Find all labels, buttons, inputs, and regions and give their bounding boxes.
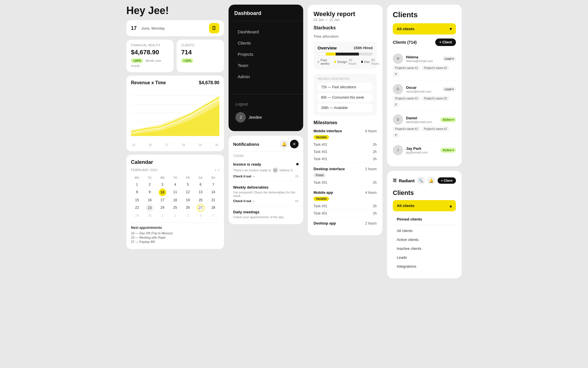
cp2-filter-active[interactable]: All clients ▴: [393, 200, 456, 211]
submenu-item-pinned[interactable]: Pinned clients: [393, 215, 456, 224]
cal-day[interactable]: 9: [144, 189, 156, 196]
cal-day[interactable]: 6: [194, 181, 206, 188]
notifications-today-label: TODAY: [229, 152, 303, 159]
dashboard-column: Hey Jee! 17 June, Monday 🗓 FINANCIAL HEA…: [126, 5, 224, 249]
cal-day[interactable]: 12: [182, 189, 194, 196]
cal-day[interactable]: 30: [144, 212, 156, 219]
notification-item-deliverables: Weekly deliverables Get prepared! Check …: [229, 182, 303, 206]
notifications-card: Notifications 🔔 ✕ TODAY Invoice is ready…: [229, 136, 303, 224]
cal-day[interactable]: 28: [207, 204, 219, 212]
cal-day[interactable]: 1: [131, 181, 143, 188]
cal-day[interactable]: 2: [169, 212, 181, 219]
cal-day[interactable]: 5: [207, 212, 219, 219]
cal-day[interactable]: 5: [182, 181, 194, 188]
x-label-27: 27: [165, 143, 169, 147]
nav-item-team[interactable]: Team: [231, 60, 301, 71]
legend-dot-dev: [361, 61, 363, 63]
search-icon[interactable]: 🔍: [417, 177, 425, 185]
client-name: Daniel: [406, 116, 438, 120]
clients-count: Clients (714): [393, 40, 417, 45]
client-tag: Project's name #1: [393, 66, 420, 70]
appointments-section: Next appointments 10 — Day Off (Trip to …: [131, 223, 219, 244]
cal-day-today[interactable]: 10: [159, 189, 166, 196]
submenu-item-integrations[interactable]: Integrations: [393, 262, 456, 271]
x-label-29: 29: [198, 143, 202, 147]
calendar-prev[interactable]: ‹: [215, 168, 216, 172]
x-label-30: 30: [215, 143, 218, 147]
milestones-section: Milestones Mobile interface 6 hours Vari…: [314, 120, 377, 225]
nav-item-clients[interactable]: Clients: [231, 38, 301, 48]
cal-day[interactable]: 7: [207, 181, 219, 188]
milestone-header: Mobile app 4 hours: [314, 190, 377, 195]
cal-day[interactable]: 3: [156, 181, 169, 188]
dow-fr: FR: [182, 175, 194, 181]
cal-day[interactable]: 15: [131, 197, 143, 204]
dow-we: WE: [156, 175, 169, 181]
clients-count-row: Clients (714) + Client: [393, 39, 456, 46]
cal-day[interactable]: 24: [156, 204, 169, 212]
cal-day[interactable]: 16: [144, 197, 156, 204]
progress-design: [326, 53, 336, 55]
cal-day[interactable]: 1: [156, 212, 169, 219]
cal-day[interactable]: 20: [194, 197, 206, 204]
clients-filter-dropdown[interactable]: All clients ▾: [393, 23, 456, 34]
cal-day[interactable]: 22: [131, 204, 143, 212]
cal-day[interactable]: 13: [194, 189, 206, 196]
legend-label-dev: Dev: [364, 60, 370, 64]
nav-logout[interactable]: Logout: [234, 99, 297, 109]
chevron-up-icon: ▴: [450, 203, 452, 208]
client-badge-lead[interactable]: Lead ▾: [442, 87, 456, 92]
cal-day[interactable]: 17: [156, 197, 169, 204]
calendar-icon[interactable]: 🗓: [209, 23, 219, 33]
notif-check-link[interactable]: Check it out →: [233, 199, 255, 203]
cal-day[interactable]: 3: [182, 212, 194, 219]
add-client-button[interactable]: + Client: [435, 39, 456, 46]
submenu-item-leads[interactable]: Leads: [393, 253, 456, 262]
client-badge-active[interactable]: Active ▾: [440, 148, 456, 153]
client-avatar-jaypark: J: [393, 145, 403, 155]
cal-day[interactable]: 18: [169, 197, 181, 204]
submenu-item-active[interactable]: Active clients: [393, 235, 456, 244]
heures-section: HEURES RESTANTES 72h — Past allocations …: [314, 74, 377, 116]
notif-check-link[interactable]: Check it out →: [233, 175, 255, 178]
notification-bell-icon[interactable]: 🔔: [280, 140, 288, 148]
milestones-title: Milestones: [314, 120, 377, 125]
cal-day[interactable]: 21: [207, 197, 219, 204]
cal-day[interactable]: 2: [144, 181, 156, 188]
cal-day[interactable]: 4: [194, 212, 206, 219]
client-badge-lead[interactable]: Lead ▾: [442, 56, 456, 61]
nav-item-projects[interactable]: Projects: [231, 49, 301, 60]
nav-item-dashboard[interactable]: Dashboard: [231, 26, 301, 37]
notifications-close-icon[interactable]: ✕: [290, 140, 299, 148]
cal-day[interactable]: 25: [169, 204, 181, 212]
task-item: Task #012h: [314, 141, 377, 148]
notification-icon[interactable]: 🔔: [427, 177, 435, 185]
cal-day[interactable]: 14: [207, 189, 219, 196]
client-item-daniel: D Daniel daniel@email.com Active ▾ Proje…: [393, 111, 456, 141]
cal-day[interactable]: 11: [169, 189, 181, 196]
notif-cta: Check it out → 2h: [233, 175, 299, 178]
task-item: Task #012h: [314, 203, 377, 210]
cal-day[interactable]: 29: [131, 212, 143, 219]
submenu-item-all[interactable]: All clients: [393, 226, 456, 235]
cal-day-marked[interactable]: 23: [146, 204, 153, 212]
clients-column: Clients All clients ▾ Clients (714) + Cl…: [387, 5, 462, 278]
dow-su: SU: [207, 175, 219, 181]
metrics-row: FINANCIAL HEALTH $4,678.90 +20% Month ov…: [126, 40, 224, 72]
greeting-text: Hey Jee!: [126, 5, 224, 17]
cal-day-outline[interactable]: 27: [197, 204, 204, 212]
cp2-add-client-button[interactable]: + Client: [438, 177, 456, 184]
client-badge-active[interactable]: Active ▾: [440, 117, 456, 122]
dow-th: TH: [169, 175, 181, 181]
submenu-item-inactive[interactable]: Inactive clients: [393, 244, 456, 253]
progress-remaining: [359, 53, 373, 55]
nav-item-admin[interactable]: Admin: [231, 71, 301, 82]
cal-day[interactable]: 26: [182, 204, 194, 212]
progress-bar: [318, 53, 373, 55]
cal-day[interactable]: 19: [182, 197, 194, 204]
calendar-next[interactable]: ›: [218, 168, 219, 172]
cal-day[interactable]: 4: [169, 181, 181, 188]
weekly-report-column: Weekly report 03 Jan — 10 Jan Starbucks …: [308, 5, 382, 235]
notif-item-header: Invoice is ready: [233, 162, 299, 166]
cal-day[interactable]: 8: [131, 189, 143, 196]
